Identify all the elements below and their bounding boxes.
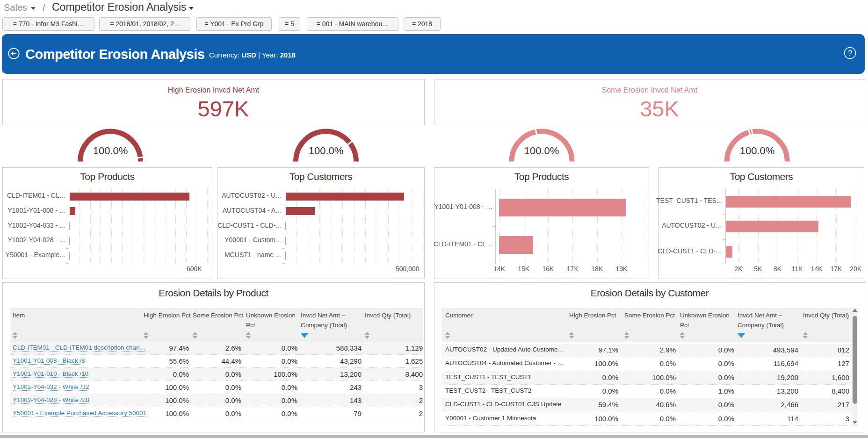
svg-text:?: ? xyxy=(848,49,852,57)
